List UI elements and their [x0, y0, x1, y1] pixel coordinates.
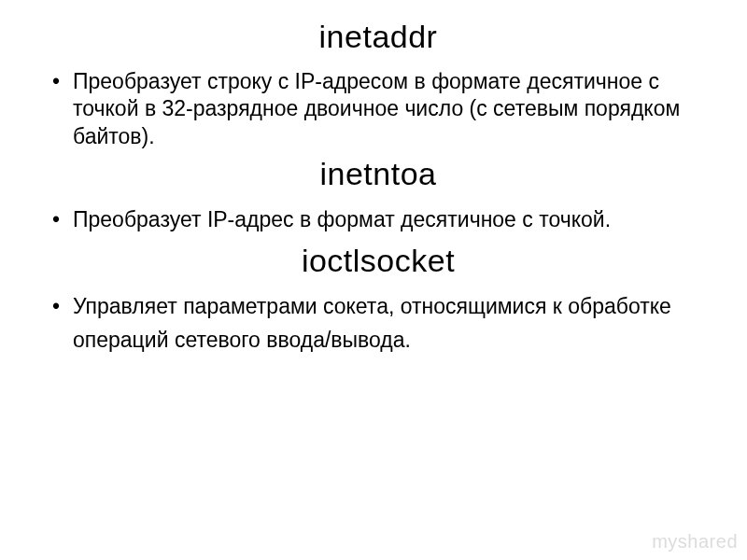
heading-ioctlsocket: ioctlsocket [47, 243, 710, 279]
bullet-list-3: Управляет параметрами сокета, относящими… [47, 290, 710, 357]
watermark: myshared [652, 531, 738, 553]
heading-inetntoa: inetntoa [47, 156, 710, 192]
bullet-list-2: Преобразует IP-адрес в формат десятичное… [47, 203, 710, 237]
list-item: Управляет параметрами сокета, относящими… [47, 290, 710, 357]
heading-inetaddr: inetaddr [47, 19, 710, 55]
list-item: Преобразует IP-адрес в формат десятичное… [47, 203, 710, 237]
list-item: Преобразует строку с IP-адресом в формат… [47, 68, 710, 150]
slide-content: inetaddr Преобразует строку с IP-адресом… [0, 0, 747, 381]
bullet-list-1: Преобразует строку с IP-адресом в формат… [47, 68, 710, 150]
